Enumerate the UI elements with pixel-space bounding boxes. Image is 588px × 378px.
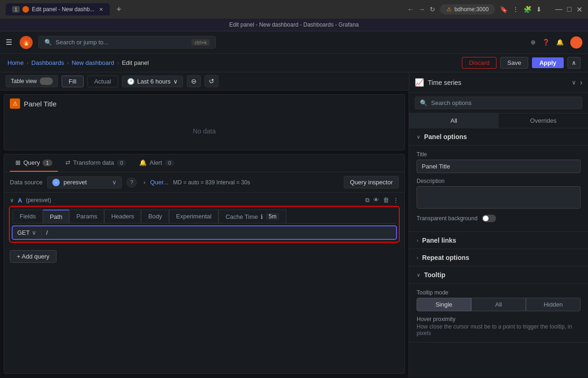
- maximize-button[interactable]: □: [567, 5, 572, 14]
- tab-query[interactable]: ⊞ Query 1: [10, 154, 58, 172]
- description-textarea[interactable]: [417, 186, 581, 209]
- close-window-button[interactable]: ✕: [576, 5, 582, 14]
- panel-options-title: Panel options: [424, 133, 467, 140]
- tooltip-mode-all[interactable]: All: [471, 298, 526, 311]
- query-name-button[interactable]: Quer...: [150, 179, 168, 186]
- tab-fields[interactable]: Fields: [13, 210, 43, 223]
- forward-button[interactable]: →: [418, 6, 425, 13]
- new-tab-button[interactable]: +: [113, 5, 124, 14]
- tab-path-label: Path: [50, 213, 63, 220]
- breadcrumb-bar: Home › Dashboards › New dashboard › Edit…: [0, 54, 588, 72]
- tooltip-mode-single[interactable]: Single: [417, 298, 471, 311]
- tab-body[interactable]: Body: [141, 210, 169, 223]
- panel-links-row[interactable]: › Panel links: [409, 232, 588, 249]
- zoom-out-button[interactable]: ⊖: [187, 75, 201, 87]
- nav-right: ⊕ ❓ 🔔: [531, 36, 582, 49]
- repeat-options-row[interactable]: › Repeat options: [409, 249, 588, 266]
- close-tab-button[interactable]: ✕: [99, 7, 103, 13]
- tab-transform-label: Transform data: [73, 159, 114, 166]
- fill-button[interactable]: Fill: [62, 76, 84, 87]
- hide-query-button[interactable]: 👁: [373, 196, 379, 204]
- cache-time-info-icon: ℹ: [261, 213, 263, 220]
- address-bar[interactable]: ⚠ bdhome:3000: [440, 4, 495, 14]
- tab-fields-label: Fields: [20, 213, 36, 220]
- add-query-button[interactable]: + Add query: [10, 250, 57, 263]
- collapse-panel-editor-button[interactable]: ∧: [567, 57, 581, 69]
- time-range-picker[interactable]: 🕐 Last 6 hours ∨: [122, 76, 184, 87]
- query-icon: ⊞: [15, 159, 21, 166]
- table-view-toggle[interactable]: Table view: [6, 75, 58, 87]
- delete-query-button[interactable]: 🗑: [383, 196, 389, 204]
- grafana-logo[interactable]: 🔥: [20, 36, 33, 49]
- datasource-select[interactable]: i peresvet ∨: [47, 176, 122, 189]
- tab-params[interactable]: Params: [69, 210, 104, 223]
- search-bar[interactable]: 🔍 Search or jump to... ctrl+k: [38, 36, 216, 49]
- breadcrumb-home[interactable]: Home: [7, 59, 24, 66]
- more-query-button[interactable]: ⋮: [393, 196, 399, 204]
- more-button[interactable]: ⋮: [512, 6, 519, 13]
- save-button[interactable]: Save: [500, 57, 528, 69]
- transform-badge: 0: [117, 160, 126, 166]
- browser-controls: ← → ↻ ⚠ bdhome:3000 🔖 ⋮ 🧩 ⬇: [407, 4, 542, 14]
- datasource-chevron-icon: ∨: [112, 179, 117, 186]
- tab-path[interactable]: Path: [43, 210, 70, 223]
- panel-links-title: Panel links: [422, 237, 456, 244]
- cache-time-label: Cache Time: [226, 213, 258, 220]
- options-search-input[interactable]: 🔍 Search options: [415, 97, 582, 109]
- breadcrumb-new-dashboard[interactable]: New dashboard: [71, 59, 114, 66]
- panel-options-header[interactable]: ∨ Panel options: [409, 128, 588, 146]
- sidebar-toggle-button[interactable]: ☰: [6, 38, 12, 47]
- tab-headers[interactable]: Headers: [104, 210, 141, 223]
- bookmark-button[interactable]: 🔖: [500, 6, 508, 13]
- tooltip-header[interactable]: ∨ Tooltip: [409, 266, 588, 284]
- tab-favicon: [22, 6, 29, 13]
- viz-dropdown-button[interactable]: ∨: [572, 79, 576, 86]
- reload-button[interactable]: ↻: [430, 6, 435, 13]
- copy-query-button[interactable]: ⧉: [365, 196, 369, 204]
- table-view-switch[interactable]: [40, 77, 53, 85]
- refresh-button[interactable]: ↺: [205, 75, 219, 87]
- extensions-button[interactable]: 🧩: [524, 6, 531, 13]
- time-picker-chevron: ∨: [173, 78, 178, 85]
- options-search-placeholder: Search options: [431, 99, 472, 106]
- add-button[interactable]: ⊕: [531, 39, 536, 46]
- query-inner-section: Fields Path Params Headers: [10, 207, 399, 242]
- tab-overrides[interactable]: Overrides: [499, 113, 588, 128]
- tab-experimental-label: Experimental: [176, 213, 212, 220]
- help-button[interactable]: ❓: [542, 39, 550, 46]
- discard-button[interactable]: Discard: [462, 57, 496, 69]
- tab-cache-time[interactable]: Cache Time ℹ 5m: [219, 210, 286, 223]
- title-field-input[interactable]: [417, 160, 581, 173]
- tab-all[interactable]: All: [409, 113, 499, 128]
- query-arrow: ›: [143, 179, 145, 186]
- transparent-bg-label: Transparent background: [417, 215, 477, 222]
- download-button[interactable]: ⬇: [536, 6, 542, 13]
- override-tabs: All Overrides: [409, 113, 588, 128]
- tab-alert[interactable]: 🔔 Alert 0: [134, 154, 180, 172]
- apply-button[interactable]: Apply: [532, 57, 564, 68]
- transparent-bg-toggle[interactable]: [482, 215, 496, 222]
- tooltip-mode-label: Tooltip mode: [417, 289, 581, 296]
- collapse-query-button[interactable]: ∨: [10, 197, 14, 203]
- tooltip-mode-hidden[interactable]: Hidden: [526, 298, 581, 311]
- minimize-button[interactable]: —: [555, 5, 562, 14]
- actual-button[interactable]: Actual: [87, 76, 118, 87]
- alert-badge: 0: [165, 160, 174, 166]
- back-button[interactable]: ←: [407, 6, 414, 13]
- datasource-help-button[interactable]: ?: [127, 177, 137, 188]
- right-panel: 📈 Time series ∨ › 🔍 Search options All O…: [409, 72, 588, 378]
- panel-title: Panel Title: [24, 100, 57, 108]
- tab-transform[interactable]: ⇄ Transform data 0: [60, 154, 132, 172]
- path-input[interactable]: [42, 226, 396, 239]
- hover-proximity-label: Hover proximity: [417, 316, 581, 322]
- method-select[interactable]: GET ∨: [13, 226, 42, 239]
- browser-tab[interactable]: 1 Edit panel - New dashb... ✕: [6, 3, 110, 15]
- tab-alert-label: Alert: [149, 159, 162, 166]
- alerts-button[interactable]: 🔔: [556, 39, 564, 46]
- query-section: ⊞ Query 1 ⇄ Transform data 0 🔔 Alert 0: [4, 154, 405, 374]
- query-inspector-button[interactable]: Query inspector: [344, 176, 399, 189]
- user-avatar[interactable]: [570, 36, 582, 49]
- tab-experimental[interactable]: Experimental: [169, 210, 219, 223]
- viz-navigate-button[interactable]: ›: [580, 78, 582, 87]
- breadcrumb-dashboards[interactable]: Dashboards: [31, 59, 64, 66]
